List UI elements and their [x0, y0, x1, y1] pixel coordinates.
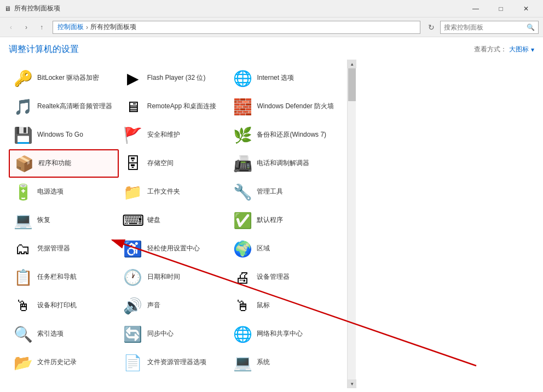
- grid-item-devices[interactable]: 🖱设备和打印机: [9, 291, 119, 320]
- items-grid: 🔑BitLocker 驱动器加密▶Flash Player (32 位)🌐Int…: [0, 60, 347, 388]
- grid-item-internet[interactable]: 🌐Internet 选项: [228, 64, 338, 92]
- grid-item-system[interactable]: 💻系统: [228, 348, 338, 377]
- grid-item-flash[interactable]: ▶Flash Player (32 位): [119, 64, 229, 92]
- grid-item-sync[interactable]: 🔄同步中心: [119, 320, 229, 348]
- forward-button[interactable]: ›: [20, 21, 33, 34]
- internet-label: Internet 选项: [257, 74, 294, 83]
- search-input[interactable]: [444, 24, 527, 31]
- phone-label: 电话和调制解调器: [257, 159, 309, 168]
- storage-icon: 🗄: [123, 154, 143, 173]
- manage-label: 管理工具: [257, 188, 283, 196]
- bitlocker-label: BitLocker 驱动器加密: [37, 74, 99, 83]
- grid-item-mouse[interactable]: 🖱鼠标: [228, 291, 338, 320]
- keyboard-icon: ⌨: [123, 210, 143, 230]
- manage-icon: 🔧: [233, 182, 252, 202]
- grid-item-credentials[interactable]: 🗂凭据管理器: [9, 235, 119, 263]
- title-bar-left: 🖥 所有控制面板项: [4, 4, 60, 13]
- taskbar-icon: 📋: [13, 267, 33, 287]
- view-options: 查看方式： 大图标 ▾: [474, 45, 534, 54]
- grid-item-index[interactable]: 🔍索引选项: [9, 320, 119, 348]
- datetime-label: 日期和时间: [147, 273, 180, 282]
- keyboard-label: 键盘: [147, 216, 160, 225]
- grid-item-windefender[interactable]: 🧱Windows Defender 防火墙: [228, 92, 338, 121]
- search-bar: 🔍: [440, 21, 539, 34]
- fileexplorer-icon: 📄: [123, 353, 143, 372]
- wintogo-label: Windows To Go: [37, 131, 83, 139]
- filehistory-icon: 📂: [13, 353, 33, 372]
- grid-item-devicemgr[interactable]: 🖨设备管理器: [228, 263, 338, 291]
- remoteapp-label: RemoteApp 和桌面连接: [147, 102, 217, 111]
- scrollbar-down-button[interactable]: ▼: [348, 379, 356, 388]
- breadcrumb-home[interactable]: 控制面板: [57, 22, 84, 32]
- taskbar-label: 任务栏和导航: [37, 273, 77, 282]
- devicemgr-icon: 🖨: [233, 267, 252, 287]
- region-icon: 🌍: [233, 239, 252, 259]
- flash-icon: ▶: [123, 68, 143, 88]
- title-bar-controls: — □ ✕: [463, 0, 539, 17]
- storage-label: 存储空间: [147, 159, 174, 168]
- breadcrumb-separator: ›: [86, 24, 88, 31]
- sound-icon: 🔊: [123, 296, 143, 315]
- grid-item-network[interactable]: 🌐网络和共享中心: [228, 320, 338, 348]
- grid-item-datetime[interactable]: 🕐日期和时间: [119, 263, 229, 291]
- content-area: 🔑BitLocker 驱动器加密▶Flash Player (32 位)🌐Int…: [0, 60, 356, 388]
- grid-item-phone[interactable]: 📠电话和调制解调器: [228, 149, 338, 178]
- grid-item-filehistory[interactable]: 📂文件历史记录: [9, 348, 119, 377]
- grid-item-manage[interactable]: 🔧管理工具: [228, 178, 338, 206]
- title-bar-text: 所有控制面板项: [14, 4, 60, 13]
- grid-item-work[interactable]: 📁工作文件夹: [119, 178, 229, 206]
- scrollbar-up-button[interactable]: ▲: [348, 60, 356, 68]
- wintogo-icon: 💾: [13, 125, 33, 145]
- default-icon: ✅: [233, 210, 252, 230]
- sync-label: 同步中心: [147, 330, 174, 338]
- system-icon: 💻: [233, 353, 252, 372]
- grid-item-recovery[interactable]: 💻恢复: [9, 206, 119, 235]
- grid-item-keyboard[interactable]: ⌨键盘: [119, 206, 229, 235]
- credentials-icon: 🗂: [13, 239, 33, 259]
- refresh-button[interactable]: ↻: [425, 21, 438, 34]
- minimize-button[interactable]: —: [463, 0, 488, 17]
- grid-item-storage[interactable]: 🗄存储空间: [119, 149, 229, 178]
- grid-item-easyaccess[interactable]: ♿轻松使用设置中心: [119, 235, 229, 263]
- grid-item-wintogo[interactable]: 💾Windows To Go: [9, 121, 119, 149]
- sync-icon: 🔄: [123, 324, 143, 344]
- fileexplorer-label: 文件资源管理器选项: [147, 358, 206, 367]
- grid-item-programs[interactable]: 📦程序和功能: [9, 149, 119, 178]
- view-arrow-icon[interactable]: ▾: [531, 46, 534, 54]
- credentials-label: 凭据管理器: [37, 244, 70, 253]
- recovery-icon: 💻: [13, 210, 33, 230]
- internet-icon: 🌐: [233, 68, 252, 88]
- recovery-label: 恢复: [37, 216, 50, 225]
- devices-label: 设备和打印机: [37, 301, 77, 310]
- grid-item-fileexplorer[interactable]: 📄文件资源管理器选项: [119, 348, 229, 377]
- power-label: 电源选项: [37, 188, 63, 196]
- windefender-icon: 🧱: [233, 97, 252, 116]
- grid-item-sound[interactable]: 🔊声音: [119, 291, 229, 320]
- devicemgr-label: 设备管理器: [257, 273, 290, 282]
- back-button[interactable]: ‹: [4, 21, 18, 34]
- title-bar: 🖥 所有控制面板项 — □ ✕: [0, 0, 543, 17]
- grid-item-region[interactable]: 🌍区域: [228, 235, 338, 263]
- view-label: 查看方式：: [474, 45, 507, 54]
- grid-item-security[interactable]: 🚩安全和维护: [119, 121, 229, 149]
- network-label: 网络和共享中心: [257, 330, 303, 338]
- programs-label: 程序和功能: [38, 159, 71, 168]
- realtek-label: Realtek高清晰音频管理器: [37, 102, 112, 111]
- close-button[interactable]: ✕: [513, 0, 539, 17]
- grid-item-default[interactable]: ✅默认程序: [228, 206, 338, 235]
- backup-icon: 🌿: [233, 125, 252, 145]
- grid-item-power[interactable]: 🔋电源选项: [9, 178, 119, 206]
- maximize-button[interactable]: □: [488, 0, 513, 17]
- grid-item-realtek[interactable]: 🎵Realtek高清晰音频管理器: [9, 92, 119, 121]
- scrollbar: ▲ ▼: [347, 60, 356, 388]
- scrollbar-thumb[interactable]: [348, 68, 356, 101]
- scrollbar-track: [348, 68, 356, 379]
- view-current[interactable]: 大图标: [509, 45, 529, 54]
- phone-icon: 📠: [233, 154, 252, 173]
- grid-item-backup[interactable]: 🌿备份和还原(Windows 7): [228, 121, 338, 149]
- up-button[interactable]: ↑: [35, 21, 48, 34]
- grid-item-bitlocker[interactable]: 🔑BitLocker 驱动器加密: [9, 64, 119, 92]
- grid-item-remoteapp[interactable]: 🖥RemoteApp 和桌面连接: [119, 92, 229, 121]
- nav-bar: ‹ › ↑ 控制面板 › 所有控制面板项 ↻ 🔍: [0, 17, 543, 37]
- grid-item-taskbar[interactable]: 📋任务栏和导航: [9, 263, 119, 291]
